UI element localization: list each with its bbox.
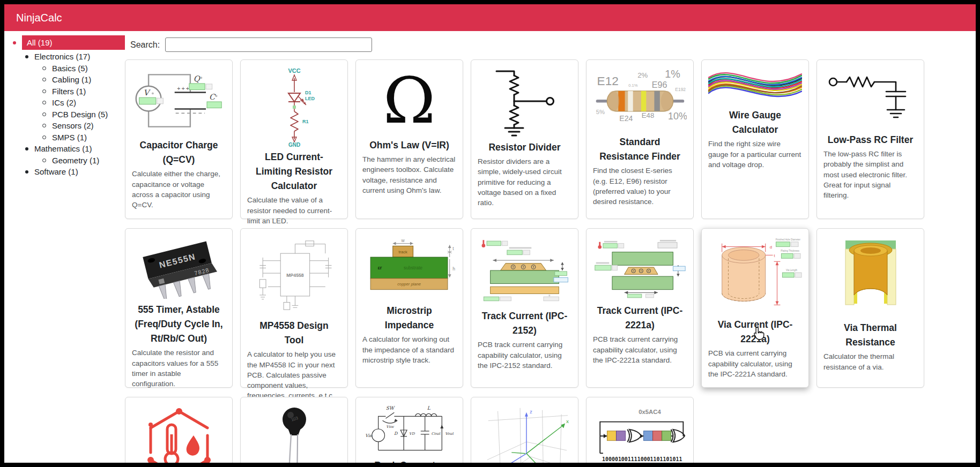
thermistor-photo: 103 xyxy=(247,404,341,467)
svg-text:D1: D1 xyxy=(305,90,311,95)
sidebar-item-label: Geometry (1) xyxy=(52,156,99,165)
card-title: Capacitor Charge (Q=CV) xyxy=(132,138,226,167)
sidebar-item-electronics[interactable]: Electronics (17) xyxy=(10,51,125,63)
card-title: Track Current (IPC-2221a) xyxy=(593,304,687,333)
card-via-thermal[interactable]: Via Thermal Resistance Calculator the th… xyxy=(816,228,924,388)
svg-text:Vsw: Vsw xyxy=(386,425,395,429)
ne555-chip-image: NE555N 7828 xyxy=(132,235,226,299)
search-row: Search: xyxy=(130,37,372,52)
svg-text:E192: E192 xyxy=(675,87,686,92)
card-title: Via Thermal Resistance xyxy=(823,321,917,350)
card-thermistor-photo[interactable]: 103 xyxy=(240,397,348,467)
sidebar-item-ics[interactable]: ICs (2) xyxy=(10,97,125,109)
card-via-current[interactable]: d t Finished Hole Diameter Plating Thick… xyxy=(701,228,809,388)
sidebar-item-basics[interactable]: Basics (5) xyxy=(10,63,125,74)
svg-text:VD: VD xyxy=(409,432,415,436)
card-desc: Calculate the resistor and capacitors va… xyxy=(132,348,226,389)
bullet-icon xyxy=(42,135,46,139)
card-capacitor-charge[interactable]: ++++++ V Q C Capacitor Charge (Q=CV) xyxy=(125,59,233,219)
svg-text:Via Length: Via Length xyxy=(786,269,798,272)
svg-text:C: C xyxy=(209,92,216,101)
svg-text:MP4558: MP4558 xyxy=(286,273,304,278)
sidebar-item-sensors[interactable]: Sensors (2) xyxy=(10,120,125,132)
card-track-current-2221a[interactable]: Track Current (IPC-2221a) PCB track curr… xyxy=(586,228,694,388)
svg-text:R1: R1 xyxy=(302,119,309,124)
card-lowpass-rc[interactable]: Low-Pass RC Filter The low-pass RC filte… xyxy=(816,59,924,219)
svg-text:GND: GND xyxy=(288,142,300,147)
card-title: Via Current (IPC-2221a) xyxy=(708,318,802,347)
sidebar-item-label: SMPS (1) xyxy=(52,133,87,142)
sidebar-item-filters[interactable]: Filters (1) xyxy=(10,86,125,97)
card-desc: The low-pass RC filter is probably the s… xyxy=(823,149,917,200)
capacitor-charge-image: ++++++ V Q C xyxy=(132,66,226,135)
bullet-icon xyxy=(42,78,46,81)
card-mp4558[interactable]: MP4558 MP4558 Design Tool A calculator t… xyxy=(240,228,348,388)
card-buck-converter[interactable]: SW L Vsw Vin D VD Cout Vout Buck Convert… xyxy=(355,397,463,467)
svg-text:εr: εr xyxy=(377,265,382,270)
card-wire-gauge[interactable]: Wire Gauge Calculator Find the right siz… xyxy=(701,59,809,219)
rc-filter-image xyxy=(823,66,917,130)
svg-text:E96: E96 xyxy=(652,80,667,89)
card-microstrip[interactable]: w track εr substrate copper plane xyxy=(355,228,463,388)
svg-text:t: t xyxy=(774,253,776,258)
card-555-timer[interactable]: NE555N 7828 555 Timer, Astable (Freq/Dut… xyxy=(125,228,233,388)
card-title: Low-Pass RC Filter xyxy=(826,133,915,147)
sidebar-item-cabling[interactable]: Cabling (1) xyxy=(10,74,125,86)
sidebar-item-label: Basics (5) xyxy=(52,64,88,73)
card-crc-calculator[interactable]: 0x5AC4 xyxy=(586,397,694,467)
svg-text:E48: E48 xyxy=(642,111,655,119)
card-desc: Calculate either the charge, capacitance… xyxy=(132,169,226,210)
sidebar-item-label: PCB Design (5) xyxy=(52,110,108,119)
search-label: Search: xyxy=(130,40,160,50)
card-track-current-2152[interactable]: Track Current (IPC-2152) PCB track curre… xyxy=(471,228,578,388)
card-3d-rotations[interactable]: z x x y xyxy=(471,397,578,467)
via-cylinder-image: d t Finished Hole Diameter Plating Thick… xyxy=(708,235,802,314)
colored-wires-image xyxy=(708,66,802,105)
mp4558-schematic-image: MP4558 xyxy=(247,235,341,315)
sidebar-item-mathematics[interactable]: Mathematics (1) xyxy=(10,143,125,155)
card-desc: PCB track current carrying capability ca… xyxy=(478,340,571,371)
sidebar-item-label: Cabling (1) xyxy=(52,75,91,84)
track-2221a-image xyxy=(593,235,687,300)
card-desc: PCB track current carrying capability ca… xyxy=(593,334,687,365)
calculator-grid: ++++++ V Q C Capacitor Charge (Q=CV) xyxy=(125,59,924,467)
card-title: Microstrip Impedance xyxy=(362,304,456,333)
card-desc: PCB via current carrying capability calc… xyxy=(708,348,802,379)
sidebar-item-software[interactable]: Software (1) xyxy=(10,166,125,178)
svg-text:Q: Q xyxy=(194,74,201,83)
sidebar-item-label: Electronics (17) xyxy=(34,52,90,61)
card-thermistor-temperature[interactable] xyxy=(125,397,233,467)
sidebar-item-smps[interactable]: SMPS (1) xyxy=(10,132,125,144)
card-ohms-law[interactable]: Ω Ohm's Law (V=IR) The hammer in any ele… xyxy=(355,59,463,219)
bullet-icon xyxy=(25,147,28,150)
microstrip-image: w track εr substrate copper plane xyxy=(362,235,456,300)
svg-text:x: x xyxy=(566,418,569,424)
svg-text:LED: LED xyxy=(305,96,315,101)
svg-text:10%: 10% xyxy=(668,111,687,122)
card-desc: Find the closest E-series (e.g. E12, E96… xyxy=(593,165,687,207)
search-input[interactable] xyxy=(165,37,372,52)
card-led-resistor[interactable]: VCC D1 LED R1 GND xyxy=(240,59,348,219)
bullet-icon xyxy=(42,66,46,70)
card-desc: Resistor dividers are a simple, widely-u… xyxy=(478,156,571,208)
svg-text:d: d xyxy=(770,245,772,250)
card-desc: A calculator to help you use the MP4558 … xyxy=(247,349,341,401)
sidebar-item-pcb-design[interactable]: PCB Design (5) xyxy=(10,109,125,120)
card-title: Ohm's Law (V=IR) xyxy=(367,138,451,153)
sidebar-item-all[interactable]: All (19) xyxy=(10,35,125,50)
card-resistor-divider[interactable]: Resistor Divider Resistor dividers are a… xyxy=(471,59,578,219)
card-desc: The hammer in any electrical engineers t… xyxy=(362,154,456,195)
svg-text:Finished Hole Diameter: Finished Hole Diameter xyxy=(776,238,801,241)
sidebar-item-label: Sensors (2) xyxy=(52,121,94,130)
track-2152-image xyxy=(478,235,571,306)
bullet-icon xyxy=(42,101,46,104)
card-standard-resistance[interactable]: E12 0.1% 2% 1% E96 E192 5% E24 E48 10% xyxy=(586,59,694,219)
sidebar-item-label: Mathematics (1) xyxy=(34,144,92,153)
svg-text:t: t xyxy=(452,246,454,251)
sidebar-item-label: Filters (1) xyxy=(52,87,86,96)
svg-text:1%: 1% xyxy=(665,68,680,80)
svg-text:1000010011110001101101011: 1000010011110001101101011 xyxy=(602,456,682,462)
sidebar-item-geometry[interactable]: Geometry (1) xyxy=(10,155,125,167)
app-header: NinjaCalc xyxy=(4,4,976,31)
sidebar-item-label: Software (1) xyxy=(34,167,78,176)
